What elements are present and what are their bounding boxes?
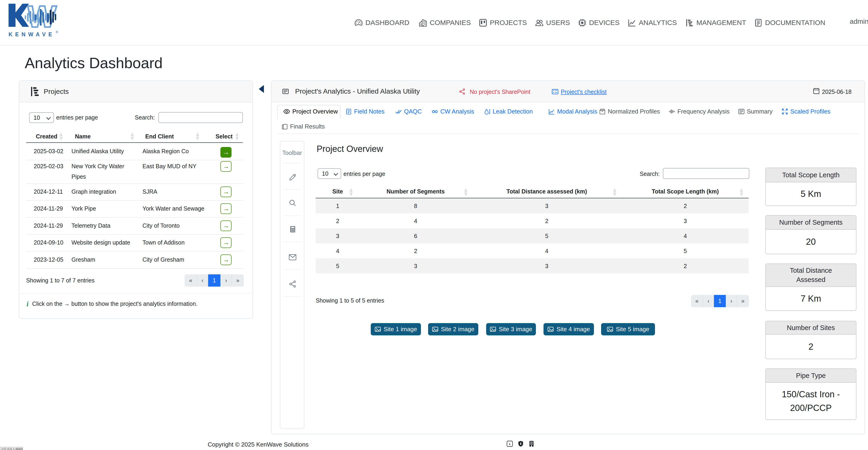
- svg-text:®: ®: [56, 30, 58, 34]
- svg-text:KENWAVE: KENWAVE: [8, 31, 55, 37]
